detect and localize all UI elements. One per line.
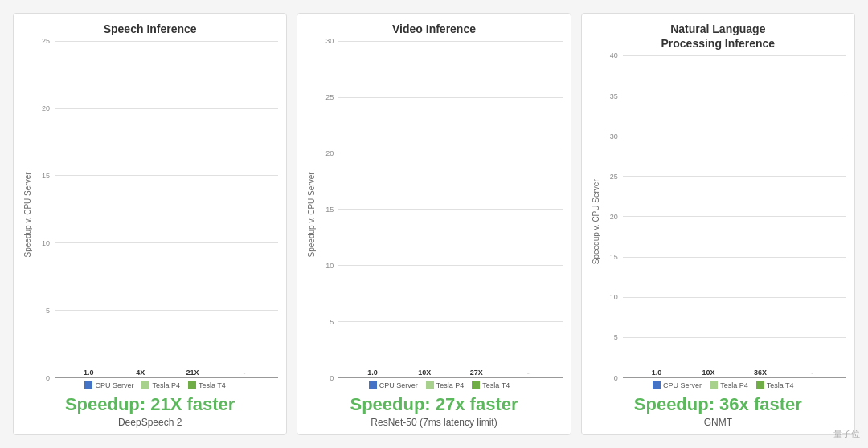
chart-area-nlp: Speedup v. CPU Server40353025201510501.0… bbox=[590, 55, 846, 389]
chart-area-speech: Speedup v. CPU Server25201510501.04X21X-… bbox=[22, 41, 278, 389]
legend-item: Tesla P4 bbox=[710, 381, 748, 389]
legend-item: CPU Server bbox=[84, 381, 133, 389]
bar-wrapper: 21X bbox=[183, 369, 201, 378]
bar-wrapper: 4X bbox=[132, 369, 149, 378]
subtitle-text-speech: DeepSpeech 2 bbox=[22, 417, 278, 428]
bar-wrapper: 1.0 bbox=[80, 369, 97, 378]
chart-panel-speech: Speech InferenceSpeedup v. CPU Server252… bbox=[13, 13, 287, 435]
bar-group: 21X bbox=[166, 369, 219, 378]
grid-tick-label: 30 bbox=[316, 37, 334, 45]
speedup-text-speech: Speedup: 21X faster bbox=[22, 394, 278, 415]
watermark: 量子位 bbox=[833, 428, 860, 440]
legend-color-box bbox=[756, 381, 764, 389]
grid-tick-label: 10 bbox=[316, 262, 334, 270]
bars-container-video: 1.010X27X- bbox=[338, 41, 562, 377]
chart-title-nlp: Natural LanguageProcessing Inference bbox=[590, 22, 846, 51]
grid-tick-label: 35 bbox=[600, 92, 618, 100]
bar-value-label: 27X bbox=[470, 369, 483, 377]
legend-label: Tesla P4 bbox=[720, 381, 748, 389]
bar-wrapper: 10X bbox=[416, 369, 433, 378]
legend-item: CPU Server bbox=[369, 381, 418, 389]
legend-video: CPU ServerTesla P4Tesla T4 bbox=[316, 381, 562, 389]
legend-item: Tesla T4 bbox=[472, 381, 510, 389]
bar-value-label: - bbox=[527, 369, 530, 377]
bar-group: - bbox=[219, 369, 271, 378]
grid-tick-label: 15 bbox=[32, 172, 50, 180]
legend-color-box bbox=[472, 381, 480, 389]
legend-color-box bbox=[653, 381, 661, 389]
grid-tick-label: 25 bbox=[600, 173, 618, 181]
bar-value-label: - bbox=[244, 369, 246, 377]
legend-item: Tesla P4 bbox=[426, 381, 465, 389]
bar-group: 1.0 bbox=[346, 369, 399, 378]
chart-area-video: Speedup v. CPU Server3025201510501.010X2… bbox=[305, 41, 562, 389]
legend-color-box bbox=[188, 381, 196, 389]
bar-wrapper: 10X bbox=[700, 369, 718, 378]
bar-value-label: 21X bbox=[186, 369, 199, 377]
subtitle-text-video: ResNet-50 (7ms latency limit) bbox=[305, 417, 562, 428]
chart-inner-speech: 25201510501.04X21X-CPU ServerTesla P4Tes… bbox=[32, 41, 278, 389]
y-axis-label-speech: Speedup v. CPU Server bbox=[22, 41, 32, 389]
bar-value-label: 10X bbox=[702, 369, 715, 377]
bar-group: 36X bbox=[735, 369, 787, 378]
grid-tick-label: 25 bbox=[316, 93, 334, 101]
grid-tick-label: 15 bbox=[316, 206, 334, 214]
legend-label: Tesla T4 bbox=[482, 381, 510, 389]
grid-tick-label: 5 bbox=[316, 318, 334, 326]
legend-label: CPU Server bbox=[663, 381, 702, 389]
chart-title-video: Video Inference bbox=[305, 22, 562, 36]
legend-item: Tesla P4 bbox=[141, 381, 180, 389]
legend-color-box bbox=[426, 381, 434, 389]
grid-tick-label: 0 bbox=[316, 374, 334, 382]
legend-label: Tesla T4 bbox=[199, 381, 226, 389]
grid-tick-label: 0 bbox=[32, 374, 50, 382]
bar-group: 27X bbox=[450, 369, 502, 378]
bar-group: 10X bbox=[682, 369, 735, 378]
y-axis-label-video: Speedup v. CPU Server bbox=[305, 41, 316, 389]
grid-tick-label: 20 bbox=[600, 213, 618, 221]
bar-value-label: 1.0 bbox=[367, 369, 378, 377]
legend-label: Tesla P4 bbox=[436, 381, 465, 389]
legend-speech: CPU ServerTesla P4Tesla T4 bbox=[32, 381, 278, 389]
grid-tick-label: 20 bbox=[32, 104, 50, 112]
bar-value-label: 1.0 bbox=[84, 369, 94, 377]
bar-value-label: - bbox=[811, 369, 813, 377]
bar-group: 10X bbox=[399, 369, 451, 378]
legend-color-box bbox=[141, 381, 149, 389]
bar-group: 1.0 bbox=[63, 369, 115, 378]
bar-wrapper: 36X bbox=[751, 369, 769, 378]
grid-tick-label: 30 bbox=[600, 132, 618, 141]
chart-panel-nlp: Natural LanguageProcessing InferenceSpee… bbox=[581, 13, 855, 435]
legend-label: Tesla P4 bbox=[152, 381, 180, 389]
chart-title-speech: Speech Inference bbox=[22, 22, 278, 36]
bar-wrapper: 1.0 bbox=[648, 369, 665, 378]
grid-tick-label: 10 bbox=[600, 293, 618, 301]
legend-color-box bbox=[369, 381, 377, 389]
bar-wrapper: 1.0 bbox=[364, 369, 382, 378]
legend-label: Tesla T4 bbox=[767, 381, 794, 389]
bar-wrapper: 27X bbox=[468, 369, 485, 378]
bar-value-label: 4X bbox=[136, 369, 145, 377]
bar-group: 4X bbox=[115, 369, 167, 378]
grid-tick-label: 40 bbox=[600, 51, 618, 59]
grid-tick-label: 5 bbox=[600, 333, 618, 341]
grid-tick-label: 20 bbox=[316, 149, 334, 157]
bar-value-label: 10X bbox=[418, 369, 431, 377]
grid-tick-label: 25 bbox=[32, 37, 50, 45]
speedup-text-nlp: Speedup: 36x faster bbox=[590, 394, 846, 415]
legend-item: Tesla T4 bbox=[188, 381, 226, 389]
bar-wrapper: - bbox=[519, 369, 537, 378]
chart-panel-video: Video InferenceSpeedup v. CPU Server3025… bbox=[297, 13, 571, 435]
grid-tick-label: 15 bbox=[600, 253, 618, 261]
legend-color-box bbox=[84, 381, 92, 389]
bars-container-nlp: 1.010X36X- bbox=[623, 55, 846, 377]
bar-wrapper: - bbox=[235, 369, 253, 378]
legend-nlp: CPU ServerTesla P4Tesla T4 bbox=[600, 381, 846, 389]
legend-color-box bbox=[710, 381, 718, 389]
subtitle-text-nlp: GNMT bbox=[590, 417, 846, 428]
bar-value-label: 36X bbox=[754, 369, 767, 377]
bar-value-label: 1.0 bbox=[652, 369, 662, 377]
y-axis-label-nlp: Speedup v. CPU Server bbox=[590, 55, 600, 389]
legend-label: CPU Server bbox=[379, 381, 418, 389]
legend-item: CPU Server bbox=[653, 381, 702, 389]
